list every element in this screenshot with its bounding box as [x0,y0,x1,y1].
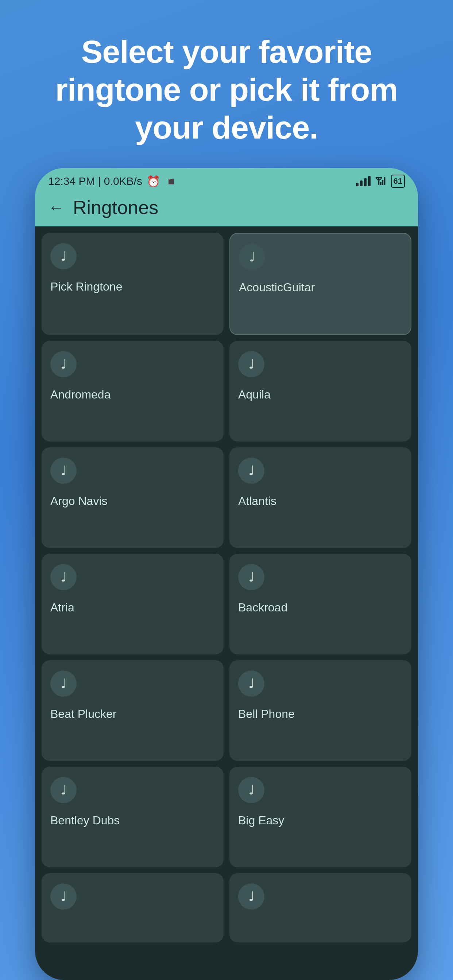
battery-level: 61 [394,177,402,186]
ringtone-label-acoustic-guitar: AcousticGuitar [239,280,315,294]
ringtone-card-aquila[interactable]: ♩ Aquila [230,341,412,442]
alarm-icon: ⏰ [147,175,160,188]
music-icon-bell-phone: ♩ [238,670,265,697]
music-icon-backroad: ♩ [238,564,265,590]
ringtone-card-argo-navis[interactable]: ♩ Argo Navis [41,447,223,548]
ringtone-card-atlantis[interactable]: ♩ Atlantis [230,447,412,548]
music-icon-big-easy: ♩ [238,777,265,803]
note-icon: ♩ [61,570,67,585]
status-bar: 12:34 PM | 0.0KB/s ⏰ ◾ 📶︎ 61 [35,168,418,191]
phone-frame: 12:34 PM | 0.0KB/s ⏰ ◾ 📶︎ 61 ← Ringtones… [35,168,418,980]
music-icon-argo-navis: ♩ [50,458,77,484]
note-icon: ♩ [248,783,255,798]
ringtone-label-argo-navis: Argo Navis [50,494,108,508]
note-icon: ♩ [61,356,67,372]
ringtone-label-bell-phone: Bell Phone [238,707,295,721]
ringtone-label-aquila: Aquila [238,388,271,401]
note-icon: ♩ [248,463,255,478]
wifi-icon: 📶︎ [376,175,386,188]
music-icon-pick-ringtone: ♩ [50,243,77,269]
ringtone-card-beat-plucker[interactable]: ♩ Beat Plucker [41,660,223,761]
ringtone-label-pick-ringtone: Pick Ringtone [50,280,122,293]
signal-bars-icon [356,176,370,186]
ringtone-card-andromeda[interactable]: ♩ Andromeda [41,341,223,442]
ringtone-label-backroad: Backroad [238,600,287,614]
back-button[interactable]: ← [48,199,64,215]
ringtone-card-partial-right[interactable]: ♩ [230,873,412,942]
ringtone-card-acoustic-guitar[interactable]: ♩ AcousticGuitar [230,233,412,335]
ringtone-card-atria[interactable]: ♩ Atria [41,554,223,654]
note-icon: ♩ [61,889,67,904]
music-icon-beat-plucker: ♩ [50,670,77,697]
note-icon: ♩ [248,676,255,691]
note-icon: ♩ [249,250,255,265]
note-icon: ♩ [248,570,255,585]
ringtone-card-big-easy[interactable]: ♩ Big Easy [230,767,412,867]
mute-icon: ◾ [164,175,178,188]
app-title: Ringtones [73,197,158,218]
app-bar: ← Ringtones [35,191,418,226]
status-left: 12:34 PM | 0.0KB/s ⏰ ◾ [48,175,178,188]
music-icon-partial-left: ♩ [50,883,77,910]
music-icon-acoustic-guitar: ♩ [239,244,265,270]
music-icon-andromeda: ♩ [50,351,77,377]
ringtone-label-atria: Atria [50,600,74,614]
ringtone-card-partial-left[interactable]: ♩ [41,873,223,942]
battery-indicator: 61 [391,175,405,188]
music-icon-atria: ♩ [50,564,77,590]
note-icon: ♩ [61,249,67,264]
headline-text: Select your favorite ringtone or pick it… [0,0,453,168]
music-icon-bentley-dubs: ♩ [50,777,77,803]
status-right: 📶︎ 61 [356,175,405,188]
note-icon: ♩ [61,783,67,798]
ringtone-label-bentley-dubs: Bentley Dubs [50,813,120,827]
music-icon-aquila: ♩ [238,351,265,377]
status-time: 12:34 PM | 0.0KB/s [48,175,142,188]
note-icon: ♩ [248,889,255,904]
music-icon-partial-right: ♩ [238,883,265,910]
ringtone-card-bell-phone[interactable]: ♩ Bell Phone [230,660,412,761]
ringtone-label-big-easy: Big Easy [238,813,284,827]
ringtone-card-backroad[interactable]: ♩ Backroad [230,554,412,654]
music-icon-atlantis: ♩ [238,458,265,484]
ringtones-grid: ♩ Pick Ringtone ♩ AcousticGuitar ♩ Andro… [35,226,418,980]
ringtone-card-pick-ringtone[interactable]: ♩ Pick Ringtone [41,233,223,335]
note-icon: ♩ [248,356,255,372]
ringtone-label-atlantis: Atlantis [238,494,276,508]
ringtone-card-bentley-dubs[interactable]: ♩ Bentley Dubs [41,767,223,867]
note-icon: ♩ [61,676,67,691]
ringtone-label-beat-plucker: Beat Plucker [50,707,116,721]
ringtone-label-andromeda: Andromeda [50,388,110,401]
note-icon: ♩ [61,463,67,478]
